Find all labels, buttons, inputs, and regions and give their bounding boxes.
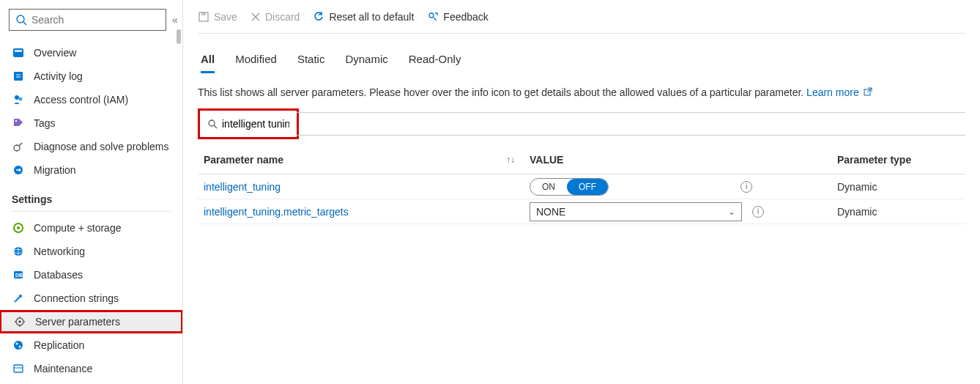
parameter-type-cell: Dynamic — [837, 206, 959, 218]
replication-icon — [12, 339, 25, 352]
svg-point-0 — [17, 15, 24, 23]
external-link-icon — [864, 87, 872, 96]
sidebar-item-access-control[interactable]: Access control (IAM) — [0, 88, 182, 111]
reset-button[interactable]: Reset all to default — [313, 11, 414, 23]
tab-modified[interactable]: Modified — [235, 53, 277, 73]
svg-point-9 — [15, 120, 17, 122]
sidebar-item-label: Networking — [34, 245, 85, 257]
sidebar-item-maintenance[interactable]: Maintenance — [0, 357, 182, 380]
filter-row-border — [297, 112, 965, 136]
sidebar-search-input[interactable] — [31, 14, 160, 26]
sidebar-item-label: Access control (IAM) — [34, 94, 128, 106]
toggle-switch[interactable]: ON OFF — [530, 178, 609, 196]
parameter-link[interactable]: intelligent_tuning — [204, 181, 281, 193]
sidebar-item-compute-storage[interactable]: Compute + storage — [0, 216, 182, 240]
select-value: NONE — [536, 206, 565, 218]
maint-icon — [12, 362, 25, 375]
svg-rect-4 — [14, 72, 23, 81]
save-icon — [198, 11, 209, 23]
collapse-sidebar-icon[interactable]: « — [172, 14, 178, 26]
reset-label: Reset all to default — [329, 11, 414, 23]
overview-icon — [12, 46, 25, 59]
svg-point-23 — [18, 320, 21, 323]
sidebar-item-databases[interactable]: DB Databases — [0, 263, 182, 287]
sidebar-item-label: Diagnose and solve problems — [34, 141, 168, 152]
parameter-filter-input[interactable] — [222, 118, 289, 130]
sidebar-item-connection-strings[interactable]: Connection strings — [0, 287, 182, 310]
sidebar-item-label: Overview — [34, 47, 76, 59]
sidebar-item-replication[interactable]: Replication — [0, 333, 182, 357]
tab-dynamic[interactable]: Dynamic — [345, 53, 387, 73]
save-button[interactable]: Save — [198, 11, 237, 23]
sidebar-section-settings: Settings — [0, 182, 182, 208]
table-row: intelligent_tuning.metric_targets NONE ⌄… — [198, 199, 965, 224]
svg-line-11 — [19, 143, 22, 146]
tab-all[interactable]: All — [201, 53, 215, 73]
sidebar-item-label: Compute + storage — [34, 222, 121, 234]
migration-icon — [12, 163, 25, 177]
sidebar-item-tags[interactable]: Tags — [0, 111, 182, 135]
svg-point-20 — [19, 295, 22, 298]
discard-button[interactable]: Discard — [250, 11, 300, 23]
feedback-icon — [427, 11, 439, 23]
svg-text:DB: DB — [15, 273, 23, 278]
sidebar-item-label: Replication — [34, 339, 84, 351]
search-icon — [207, 119, 218, 129]
parameter-link[interactable]: intelligent_tuning.metric_targets — [204, 206, 349, 218]
sidebar-item-high-availability[interactable]: High availability — [0, 380, 182, 384]
svg-rect-36 — [201, 12, 206, 15]
sidebar-item-activity-log[interactable]: Activity log — [0, 64, 182, 88]
svg-point-39 — [429, 13, 434, 18]
sort-icon[interactable]: ↑↓ — [506, 155, 515, 165]
diagnose-icon — [12, 140, 25, 153]
feedback-label: Feedback — [443, 11, 488, 23]
tab-readonly[interactable]: Read-Only — [409, 53, 461, 73]
sidebar-item-overview[interactable]: Overview — [0, 41, 182, 64]
sidebar-item-networking[interactable]: Networking — [0, 240, 182, 263]
sidebar-item-label: Databases — [34, 269, 83, 281]
toggle-off-label: OFF — [567, 179, 608, 195]
parameter-type-cell: Dynamic — [837, 181, 959, 193]
tab-static[interactable]: Static — [297, 53, 325, 73]
sidebar-item-diagnose[interactable]: Diagnose and solve problems — [0, 135, 182, 158]
value-select[interactable]: NONE ⌄ — [530, 202, 742, 221]
sidebar-item-label: Connection strings — [34, 292, 119, 304]
discard-icon — [250, 12, 261, 22]
info-icon[interactable]: i — [740, 181, 752, 193]
learn-more-link[interactable]: Learn more — [806, 86, 872, 98]
svg-point-21 — [15, 300, 17, 303]
reset-icon — [313, 11, 324, 23]
tags-icon — [12, 117, 25, 130]
sidebar-item-label: Server parameters — [35, 316, 120, 328]
feedback-button[interactable]: Feedback — [427, 11, 488, 23]
svg-rect-2 — [13, 48, 23, 57]
svg-point-7 — [15, 95, 19, 100]
svg-point-41 — [209, 120, 215, 126]
parameter-filter-box[interactable] — [201, 112, 295, 136]
sidebar-item-server-parameters[interactable]: Server parameters — [0, 310, 183, 333]
conn-icon — [12, 292, 25, 305]
description-text: This list shows all server parameters. P… — [198, 86, 965, 98]
svg-line-42 — [214, 125, 217, 128]
toolbar: Save Discard Reset all to default Feedba… — [198, 0, 965, 34]
column-header-name[interactable]: Parameter name — [204, 154, 283, 166]
svg-point-28 — [14, 341, 23, 350]
table-header: Parameter name ↑↓ VALUE Parameter type — [198, 145, 965, 174]
sidebar-item-label: Activity log — [34, 70, 83, 82]
db-icon: DB — [12, 268, 25, 281]
svg-rect-3 — [15, 50, 22, 52]
toggle-on-label: ON — [530, 179, 567, 195]
scrollbar-thumb[interactable] — [177, 29, 181, 44]
sidebar-item-label: Migration — [34, 164, 76, 176]
column-header-value[interactable]: VALUE — [530, 154, 837, 166]
log-icon — [12, 70, 25, 83]
svg-line-1 — [23, 22, 26, 25]
column-header-type[interactable]: Parameter type — [837, 154, 959, 166]
sidebar-item-label: Tags — [34, 117, 56, 129]
compute-icon — [12, 221, 25, 235]
sidebar-search-box[interactable] — [9, 9, 166, 31]
chevron-down-icon: ⌄ — [728, 207, 735, 217]
sidebar-item-migration[interactable]: Migration — [0, 158, 182, 182]
main-content: Save Discard Reset all to default Feedba… — [183, 0, 980, 384]
info-icon[interactable]: i — [752, 206, 764, 218]
